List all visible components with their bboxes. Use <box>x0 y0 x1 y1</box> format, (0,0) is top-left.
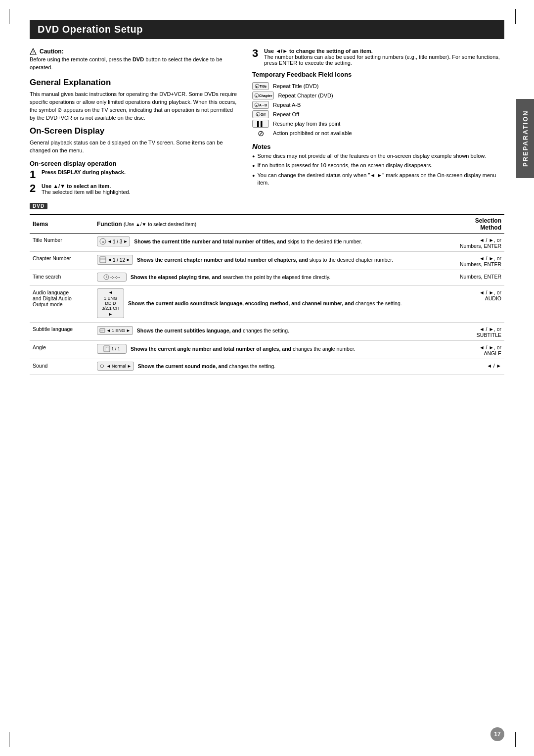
dvd-badge: DVD <box>30 203 47 209</box>
func-time-bold: Shows the elapsed playing time, and sear… <box>131 274 330 280</box>
sel-audio: ◄ / ►, orAUDIO <box>450 285 504 322</box>
sel-subtitle: ◄ / ►, orSUBTITLE <box>450 322 504 340</box>
table-row: Sound ◄ Normal ► Shows the current sound… <box>30 359 504 375</box>
item-subtitle: Subtitle language <box>30 322 94 340</box>
caution-text: Before using the remote control, press t… <box>30 56 237 72</box>
feedback-label-2: Repeat Chapter (DVD) <box>278 93 333 98</box>
left-column: ! Caution: Before using the remote contr… <box>30 48 237 198</box>
note-1: Some discs may not provide all of the fe… <box>252 152 504 160</box>
func-subtitle-bold: Shows the current subtitles language, an… <box>137 328 289 333</box>
sel-angle: ◄ / ►, orANGLE <box>450 340 504 359</box>
notes-section: Notes Some discs may not provide all of … <box>252 142 504 187</box>
svg-point-23 <box>100 365 103 368</box>
icon-sound: ◄ Normal ► <box>97 362 134 371</box>
func-sound: ◄ Normal ► Shows the current sound mode,… <box>94 359 450 375</box>
sel-title-number: ◄ / ►, orNumbers, ENTER <box>450 233 504 251</box>
icon-subtitle: ◄ 1 ENG ► <box>97 326 133 335</box>
item-audio: Audio languageand Digital AudioOutput mo… <box>30 285 94 322</box>
feedback-row-5: ▌▌ Resume play from this point <box>252 120 504 128</box>
header-items: Items <box>30 215 94 234</box>
step-2: 2 Use ▲/▼ to select an item. The selecte… <box>30 183 237 195</box>
func-angle: ⛶ 1 / 1 Shows the current angle number a… <box>94 340 450 359</box>
svg-text:▶: ▶ <box>257 113 259 116</box>
step-2-label: Use ▲/▼ to select an item. <box>42 183 237 189</box>
step-1: 1 Press DISPLAY during playback. <box>30 169 237 180</box>
table-row: Chapter Number ◄ 1 / 12 ► Shows the curr… <box>30 251 504 270</box>
general-explanation-section: General Explanation This manual gives ba… <box>30 78 237 122</box>
step-3: 3 Use ◄/► to change the setting of an it… <box>252 48 504 66</box>
corner-mark-tl <box>9 9 19 24</box>
table-row: Title Number ⊕ ◄ 1 / 3 ► Shows the curre… <box>30 233 504 251</box>
general-title: General Explanation <box>30 78 237 88</box>
item-time-search: Time search <box>30 270 94 285</box>
sel-chapter-number: ◄ / ►, orNumbers, ENTER <box>450 251 504 270</box>
svg-text:▶: ▶ <box>256 85 258 88</box>
func-audio-bold: Shows the current audio soundtrack langu… <box>128 300 402 306</box>
corner-mark-br <box>515 732 525 747</box>
header-selection: Selection Method <box>450 215 504 234</box>
feedback-label-5: Resume play from this point <box>273 121 340 127</box>
func-title-number: ⊕ ◄ 1 / 3 ► Shows the current title numb… <box>94 233 450 251</box>
preparation-tab: PREPARATION <box>516 99 534 178</box>
caution-title: ! Caution: <box>30 48 237 55</box>
svg-rect-18 <box>100 329 105 332</box>
feedback-label-1: Repeat Title (DVD) <box>273 83 318 89</box>
right-column: 3 Use ◄/► to change the setting of an it… <box>252 48 504 198</box>
table-row: Angle ⛶ 1 / 1 Shows the current angle nu… <box>30 340 504 359</box>
item-angle: Angle <box>30 340 94 359</box>
general-text: This manual gives basic instructions for… <box>30 91 237 122</box>
feedback-icon-chapter: ▶ Chapter <box>252 92 274 99</box>
svg-text:▶: ▶ <box>256 104 258 107</box>
sel-time-search: Numbers, ENTER <box>450 270 504 285</box>
icon-audio: ◄ 1 ENGDD D3/2.1 CH ► <box>97 288 124 318</box>
feedback-row-3: ▶ A - B Repeat A-B <box>252 101 504 109</box>
feedback-label-6: Action prohibited or not available <box>273 130 352 136</box>
func-subtitle: ◄ 1 ENG ► Shows the current subtitles la… <box>94 322 450 340</box>
sel-sound: ◄ / ► <box>450 359 504 375</box>
feedback-label-4: Repeat Off <box>273 111 299 117</box>
step-3-number: 3 <box>252 48 261 59</box>
table-header-row: Items Function (Use ▲/▼ to select desire… <box>30 215 504 234</box>
feedback-icon-title: ▶ Title <box>252 82 269 90</box>
func-audio: ◄ 1 ENGDD D3/2.1 CH ► Shows the current … <box>94 285 450 322</box>
table-row: Subtitle language ◄ 1 ENG ► Shows the cu… <box>30 322 504 340</box>
notes-n: N <box>252 142 258 150</box>
func-time-search: -:--:-- Shows the elapsed playing time, … <box>94 270 450 285</box>
feedback-icon-resume: ▌▌ <box>252 120 269 128</box>
step-1-number: 1 <box>30 169 39 180</box>
feedback-title: Temporary Feedback Field Icons <box>252 71 504 78</box>
feedback-row-4: ▶ Off Repeat Off <box>252 110 504 118</box>
step-3-desc: The number buttons can also be used for … <box>264 54 504 66</box>
onscreen-title: On-Screen Display <box>30 126 237 136</box>
step-1-content: Press DISPLAY during playback. <box>42 169 237 175</box>
func-title-bold: Shows the current title number and total… <box>134 238 362 244</box>
onscreen-intro: General playback status can be displayed… <box>30 139 237 155</box>
note-2: If no button is pressed for 10 seconds, … <box>252 162 504 169</box>
item-chapter-number: Chapter Number <box>30 251 94 270</box>
feedback-row-1: ▶ Title Repeat Title (DVD) <box>252 82 504 90</box>
icon-title-number: ⊕ ◄ 1 / 3 ► <box>97 236 130 246</box>
onscreen-subsection: On-screen display operation <box>30 160 237 167</box>
icon-angle: ⛶ 1 / 1 <box>97 344 127 354</box>
svg-text:⛶: ⛶ <box>105 347 109 351</box>
item-sound: Sound <box>30 359 94 375</box>
feedback-icon-off: ▶ Off <box>252 110 269 118</box>
icon-chapter-number: ◄ 1 / 12 ► <box>97 255 133 265</box>
step-3-label: Use ◄/► to change the setting of an item… <box>264 48 504 54</box>
function-table: Items Function (Use ▲/▼ to select desire… <box>30 214 504 375</box>
onscreen-section: On-Screen Display General playback statu… <box>30 126 237 195</box>
feedback-table: ▶ Title Repeat Title (DVD) ▶ Chapter Rep… <box>252 82 504 137</box>
step-2-content: Use ▲/▼ to select an item. The selected … <box>42 183 237 195</box>
feedback-icon-prohibited: ⊘ <box>252 129 269 137</box>
feedback-section: Temporary Feedback Field Icons ▶ Title R… <box>252 71 504 137</box>
table-section: DVD Items Function (Use ▲/▼ to select de… <box>30 203 504 375</box>
notes-title: Notes <box>252 142 504 150</box>
caution-block: ! Caution: Before using the remote contr… <box>30 48 237 72</box>
main-content: ! Caution: Before using the remote contr… <box>30 48 504 198</box>
svg-text:⊕: ⊕ <box>102 240 104 243</box>
feedback-label-3: Repeat A-B <box>273 102 301 108</box>
caution-label: Caution: <box>40 48 64 55</box>
feedback-icon-ab: ▶ A - B <box>252 101 269 109</box>
header-function: Function (Use ▲/▼ to select desired item… <box>94 215 450 234</box>
step-1-label: Press DISPLAY during playback. <box>42 169 237 175</box>
